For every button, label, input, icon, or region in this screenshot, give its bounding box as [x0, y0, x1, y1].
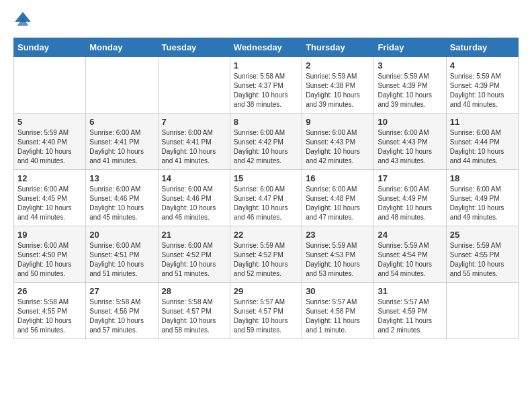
- day-header-thursday: Thursday: [302, 38, 374, 57]
- day-number: 17: [378, 173, 442, 183]
- calendar-cell: 2Sunrise: 5:59 AM Sunset: 4:38 PM Daylig…: [302, 57, 374, 113]
- week-row-5: 26Sunrise: 5:58 AM Sunset: 4:55 PM Dayli…: [14, 283, 519, 339]
- calendar-cell: 24Sunrise: 5:59 AM Sunset: 4:54 PM Dayli…: [374, 226, 446, 283]
- week-row-3: 12Sunrise: 6:00 AM Sunset: 4:45 PM Dayli…: [14, 170, 519, 226]
- day-number: 20: [89, 230, 154, 240]
- day-info: Sunrise: 5:59 AM Sunset: 4:39 PM Dayligh…: [450, 72, 515, 109]
- calendar-cell: 18Sunrise: 6:00 AM Sunset: 4:49 PM Dayli…: [446, 170, 518, 226]
- calendar-cell: 15Sunrise: 6:00 AM Sunset: 4:47 PM Dayli…: [230, 170, 302, 226]
- calendar-cell: 21Sunrise: 6:00 AM Sunset: 4:52 PM Dayli…: [158, 226, 230, 283]
- day-number: 3: [378, 60, 442, 71]
- day-number: 29: [234, 286, 298, 296]
- day-header-friday: Friday: [374, 38, 446, 57]
- calendar-cell: 16Sunrise: 6:00 AM Sunset: 4:48 PM Dayli…: [302, 170, 374, 226]
- day-number: 12: [17, 173, 82, 183]
- day-number: 1: [234, 60, 298, 71]
- week-row-1: 1Sunrise: 5:58 AM Sunset: 4:37 PM Daylig…: [14, 57, 519, 113]
- day-number: 11: [450, 117, 515, 127]
- calendar-cell: 11Sunrise: 6:00 AM Sunset: 4:44 PM Dayli…: [446, 113, 518, 170]
- calendar-cell: 7Sunrise: 6:00 AM Sunset: 4:41 PM Daylig…: [158, 113, 230, 170]
- calendar-cell: 30Sunrise: 5:57 AM Sunset: 4:58 PM Dayli…: [302, 283, 374, 339]
- day-info: Sunrise: 5:57 AM Sunset: 4:57 PM Dayligh…: [234, 298, 298, 335]
- calendar-cell: 4Sunrise: 5:59 AM Sunset: 4:39 PM Daylig…: [446, 57, 518, 113]
- day-number: 24: [378, 230, 442, 240]
- day-info: Sunrise: 5:59 AM Sunset: 4:54 PM Dayligh…: [378, 241, 442, 279]
- day-info: Sunrise: 5:59 AM Sunset: 4:40 PM Dayligh…: [17, 128, 82, 166]
- calendar-header: SundayMondayTuesdayWednesdayThursdayFrid…: [14, 38, 519, 57]
- day-info: Sunrise: 6:00 AM Sunset: 4:47 PM Dayligh…: [234, 185, 298, 222]
- day-info: Sunrise: 5:58 AM Sunset: 4:57 PM Dayligh…: [162, 298, 226, 335]
- day-header-sunday: Sunday: [14, 38, 86, 57]
- day-number: 5: [17, 117, 82, 127]
- day-info: Sunrise: 5:58 AM Sunset: 4:37 PM Dayligh…: [234, 72, 298, 109]
- calendar-cell: 19Sunrise: 6:00 AM Sunset: 4:50 PM Dayli…: [14, 226, 86, 283]
- calendar-cell: 23Sunrise: 5:59 AM Sunset: 4:53 PM Dayli…: [302, 226, 374, 283]
- calendar-cell: 26Sunrise: 5:58 AM Sunset: 4:55 PM Dayli…: [14, 283, 86, 339]
- day-info: Sunrise: 6:00 AM Sunset: 4:48 PM Dayligh…: [306, 185, 370, 222]
- calendar-cell: [86, 57, 158, 113]
- day-info: Sunrise: 5:57 AM Sunset: 4:59 PM Dayligh…: [378, 298, 442, 335]
- calendar-cell: 27Sunrise: 5:58 AM Sunset: 4:56 PM Dayli…: [86, 283, 158, 339]
- calendar-cell: 22Sunrise: 5:59 AM Sunset: 4:52 PM Dayli…: [230, 226, 302, 283]
- day-info: Sunrise: 6:00 AM Sunset: 4:41 PM Dayligh…: [89, 128, 154, 166]
- day-info: Sunrise: 5:59 AM Sunset: 4:53 PM Dayligh…: [306, 241, 370, 279]
- calendar-cell: 6Sunrise: 6:00 AM Sunset: 4:41 PM Daylig…: [86, 113, 158, 170]
- day-number: 25: [450, 230, 515, 240]
- day-info: Sunrise: 5:58 AM Sunset: 4:55 PM Dayligh…: [17, 298, 82, 335]
- calendar-cell: 5Sunrise: 5:59 AM Sunset: 4:40 PM Daylig…: [14, 113, 86, 170]
- day-info: Sunrise: 6:00 AM Sunset: 4:43 PM Dayligh…: [306, 128, 370, 166]
- calendar-cell: 3Sunrise: 5:59 AM Sunset: 4:39 PM Daylig…: [374, 57, 446, 113]
- day-number: 21: [162, 230, 226, 240]
- day-info: Sunrise: 6:00 AM Sunset: 4:52 PM Dayligh…: [162, 241, 226, 279]
- day-info: Sunrise: 6:00 AM Sunset: 4:46 PM Dayligh…: [89, 185, 154, 222]
- calendar-body: 1Sunrise: 5:58 AM Sunset: 4:37 PM Daylig…: [14, 57, 519, 339]
- day-info: Sunrise: 5:59 AM Sunset: 4:55 PM Dayligh…: [450, 241, 515, 279]
- calendar-cell: 29Sunrise: 5:57 AM Sunset: 4:57 PM Dayli…: [230, 283, 302, 339]
- page-container: SundayMondayTuesdayWednesdayThursdayFrid…: [0, 0, 532, 350]
- day-info: Sunrise: 6:00 AM Sunset: 4:42 PM Dayligh…: [234, 128, 298, 166]
- calendar-cell: 12Sunrise: 6:00 AM Sunset: 4:45 PM Dayli…: [14, 170, 86, 226]
- day-number: 13: [89, 173, 154, 183]
- day-info: Sunrise: 6:00 AM Sunset: 4:49 PM Dayligh…: [450, 185, 515, 222]
- calendar-cell: 13Sunrise: 6:00 AM Sunset: 4:46 PM Dayli…: [86, 170, 158, 226]
- day-number: 26: [17, 286, 82, 296]
- day-number: 22: [234, 230, 298, 240]
- day-number: 23: [306, 230, 370, 240]
- day-number: 28: [162, 286, 226, 296]
- calendar-cell: 17Sunrise: 6:00 AM Sunset: 4:49 PM Dayli…: [374, 170, 446, 226]
- day-info: Sunrise: 5:59 AM Sunset: 4:52 PM Dayligh…: [234, 241, 298, 279]
- week-row-4: 19Sunrise: 6:00 AM Sunset: 4:50 PM Dayli…: [14, 226, 519, 283]
- logo: [13, 11, 34, 30]
- day-number: 8: [234, 117, 298, 127]
- calendar-cell: 25Sunrise: 5:59 AM Sunset: 4:55 PM Dayli…: [446, 226, 518, 283]
- day-info: Sunrise: 6:00 AM Sunset: 4:45 PM Dayligh…: [17, 185, 82, 222]
- day-number: 19: [17, 230, 82, 240]
- day-number: 7: [162, 117, 226, 127]
- day-number: 31: [378, 286, 442, 296]
- calendar-cell: [14, 57, 86, 113]
- calendar-cell: [158, 57, 230, 113]
- day-info: Sunrise: 6:00 AM Sunset: 4:46 PM Dayligh…: [162, 185, 226, 222]
- day-info: Sunrise: 5:57 AM Sunset: 4:58 PM Dayligh…: [306, 298, 370, 335]
- day-info: Sunrise: 6:00 AM Sunset: 4:49 PM Dayligh…: [378, 185, 442, 222]
- logo-icon: [13, 11, 32, 30]
- day-header-wednesday: Wednesday: [230, 38, 302, 57]
- calendar-cell: 10Sunrise: 6:00 AM Sunset: 4:43 PM Dayli…: [374, 113, 446, 170]
- calendar-cell: 20Sunrise: 6:00 AM Sunset: 4:51 PM Dayli…: [86, 226, 158, 283]
- day-info: Sunrise: 5:59 AM Sunset: 4:38 PM Dayligh…: [306, 72, 370, 109]
- week-row-2: 5Sunrise: 5:59 AM Sunset: 4:40 PM Daylig…: [14, 113, 519, 170]
- calendar-cell: [446, 283, 518, 339]
- day-info: Sunrise: 5:58 AM Sunset: 4:56 PM Dayligh…: [89, 298, 154, 335]
- day-info: Sunrise: 6:00 AM Sunset: 4:43 PM Dayligh…: [378, 128, 442, 166]
- calendar-cell: 9Sunrise: 6:00 AM Sunset: 4:43 PM Daylig…: [302, 113, 374, 170]
- day-info: Sunrise: 6:00 AM Sunset: 4:44 PM Dayligh…: [450, 128, 515, 166]
- day-info: Sunrise: 6:00 AM Sunset: 4:50 PM Dayligh…: [17, 241, 82, 279]
- day-info: Sunrise: 6:00 AM Sunset: 4:51 PM Dayligh…: [89, 241, 154, 279]
- day-header-saturday: Saturday: [446, 38, 518, 57]
- day-number: 9: [306, 117, 370, 127]
- calendar-cell: 14Sunrise: 6:00 AM Sunset: 4:46 PM Dayli…: [158, 170, 230, 226]
- day-number: 16: [306, 173, 370, 183]
- day-number: 14: [162, 173, 226, 183]
- day-header-tuesday: Tuesday: [158, 38, 230, 57]
- day-number: 15: [234, 173, 298, 183]
